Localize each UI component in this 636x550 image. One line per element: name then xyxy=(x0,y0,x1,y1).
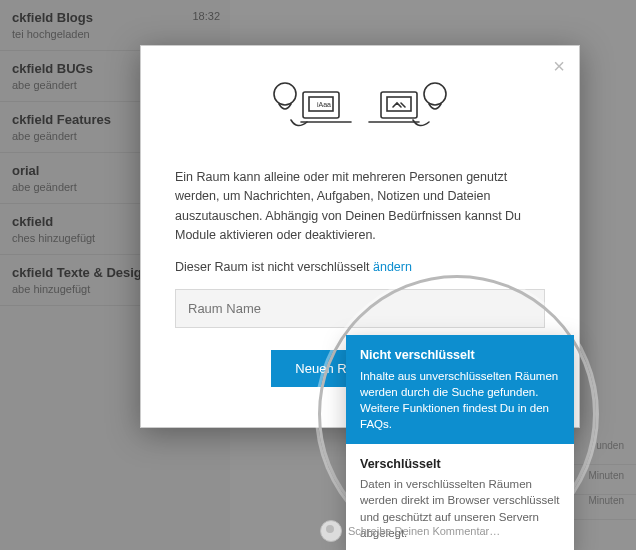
option-body: Inhalte aus unverschlüsselten Räumen wer… xyxy=(360,368,560,432)
encryption-popover: Nicht verschlüsselt Inhalte aus unversch… xyxy=(346,335,574,550)
comment-placeholder-text: Schreibe Deinen Kommentar… xyxy=(348,525,500,537)
svg-text:iAaa: iAaa xyxy=(317,101,331,108)
person-laptop-left-icon: iAaa xyxy=(261,74,353,146)
encryption-option-unencrypted[interactable]: Nicht verschlüsselt Inhalte aus unversch… xyxy=(346,335,574,444)
modal-encryption-line: Dieser Raum ist nicht verschlüsselt ände… xyxy=(175,258,545,277)
close-icon[interactable]: × xyxy=(553,56,565,76)
room-name-input[interactable] xyxy=(175,289,545,328)
modal-description: Ein Raum kann alleine oder mit mehreren … xyxy=(175,168,545,277)
svg-point-0 xyxy=(274,83,296,105)
option-title: Verschlüsselt xyxy=(360,456,560,474)
illustration: iAaa xyxy=(175,74,545,146)
modal-description-text: Ein Raum kann alleine oder mit mehreren … xyxy=(175,168,545,246)
svg-point-4 xyxy=(424,83,446,105)
avatar-icon xyxy=(320,520,342,542)
person-laptop-right-icon xyxy=(367,74,459,146)
change-encryption-link[interactable]: ändern xyxy=(373,260,412,274)
option-title: Nicht verschlüsselt xyxy=(360,347,560,365)
modal-encryption-prefix: Dieser Raum ist nicht verschlüsselt xyxy=(175,260,373,274)
comment-input-preview: Schreibe Deinen Kommentar… xyxy=(320,520,500,542)
